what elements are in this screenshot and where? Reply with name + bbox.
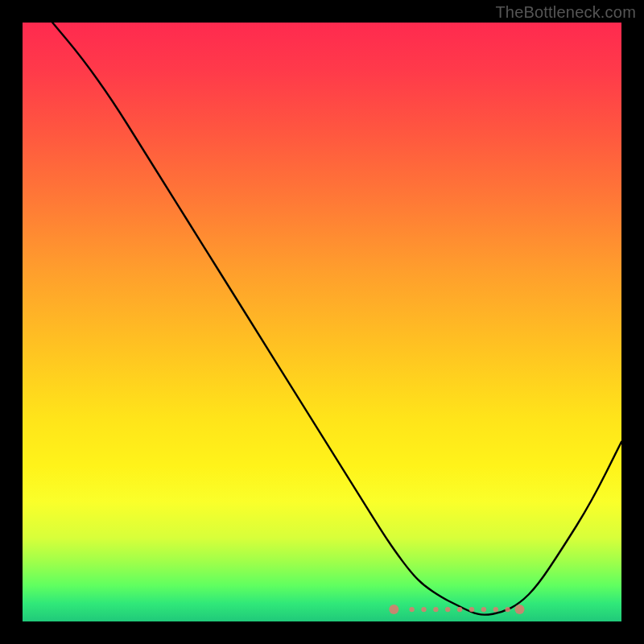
flat-marker <box>409 607 414 612</box>
chart-svg <box>23 23 621 621</box>
chart-gradient-area <box>23 23 621 621</box>
flat-marker <box>515 605 525 614</box>
flat-marker <box>481 607 486 612</box>
watermark-text: TheBottleneck.com <box>495 3 636 22</box>
flat-marker <box>389 605 398 614</box>
flat-marker <box>505 607 510 612</box>
bottleneck-curve <box>52 23 621 615</box>
flat-marker <box>445 607 450 612</box>
flat-marker <box>469 607 474 612</box>
flat-marker <box>457 607 462 612</box>
flat-marker <box>493 607 498 612</box>
flat-marker <box>421 607 426 612</box>
chart-frame: TheBottleneck.com <box>0 0 644 644</box>
flat-marker <box>433 607 438 612</box>
flat-segment-markers <box>389 605 524 614</box>
